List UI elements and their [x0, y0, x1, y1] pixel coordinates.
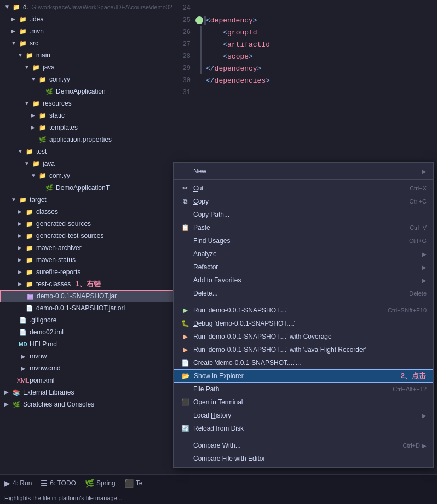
status-terminal[interactable]: ⬛ Te: [124, 479, 143, 488]
status-spring[interactable]: 🌿 Spring: [85, 479, 116, 488]
tree-item-java-test[interactable]: 📁 java: [0, 158, 175, 170]
menu-item-delete[interactable]: Delete... Delete: [174, 287, 433, 300]
label-java-test: java: [43, 160, 55, 167]
menu-item-compare-editor[interactable]: Compare File with Editor: [174, 452, 433, 465]
tree-item-mvnw-cmd[interactable]: ▶ mvnw.cmd: [0, 362, 175, 374]
run-coverage-icon: ▶: [180, 332, 190, 341]
tree-item-mvn[interactable]: 📁 .mvn: [0, 25, 175, 37]
tree-item-test[interactable]: 📁 test: [0, 146, 175, 158]
tree-item-app-props[interactable]: 🌿 application.properties: [0, 134, 175, 146]
arrow-main: [18, 52, 24, 59]
menu-item-copy-path[interactable]: Copy Path...: [174, 208, 433, 221]
tree-item-demo-app[interactable]: 🌿 DemoApplication: [0, 85, 175, 97]
label-maven-status: maven-status: [36, 256, 76, 264]
todo-status-icon: ☰: [41, 479, 48, 488]
tree-item-target[interactable]: 📁 target: [0, 194, 175, 206]
menu-item-analyze[interactable]: Analyze ▶: [174, 247, 433, 260]
tree-item-demo-jar-ori[interactable]: 📄 demo-0.0.1-SNAPSHOT.jar.ori: [0, 302, 175, 314]
menu-item-file-path[interactable]: File Path Ctrl+Alt+F12: [174, 383, 433, 396]
tree-item-demo02[interactable]: 📁 demo02 G:\workspace\JavaWorkSpace\IDEA…: [0, 1, 175, 13]
label-help-md: HELP.md: [30, 340, 57, 348]
delete-label: Delete...: [193, 289, 405, 297]
run-shortcut: Ctrl+Shift+F10: [388, 307, 427, 314]
status-todo[interactable]: ☰ 6: TODO: [41, 479, 76, 488]
icon-mvn: 📁: [19, 27, 27, 36]
status-run[interactable]: ▶ 4: Run: [4, 479, 32, 488]
tree-item-maven-archiver[interactable]: 📁 maven-archiver: [0, 242, 175, 254]
tree-item-gitignore[interactable]: 📄 .gitignore: [0, 314, 175, 326]
menu-item-add-favorites[interactable]: Add to Favorites ▶: [174, 274, 433, 287]
separator-1: [174, 179, 433, 180]
menu-item-copy[interactable]: ⧉ Copy Ctrl+C: [174, 195, 433, 208]
icon-maven-status: 📁: [25, 256, 34, 264]
tree-item-gen-sources[interactable]: 📁 generated-sources: [0, 218, 175, 230]
tree-item-test-classes[interactable]: 📁 test-classes 1、右键: [0, 278, 175, 290]
run-label: Run 'demo-0.0.1-SNAPSHOT....': [193, 306, 383, 314]
gutter-27: [195, 38, 206, 50]
icon-scratches: 🌿: [12, 400, 21, 409]
menu-item-show-explorer[interactable]: 📂 Show in Explorer 2、点击: [174, 369, 433, 383]
menu-item-find-usages[interactable]: Find Usages Ctrl+G: [174, 234, 433, 247]
menu-item-open-terminal[interactable]: ⬛ Open in Terminal: [174, 396, 433, 409]
menu-item-debug[interactable]: 🐛 Debug 'demo-0.0.1-SNAPSHOT....': [174, 317, 433, 330]
run-dot-icon: [196, 16, 203, 24]
copy-path-label: Copy Path...: [193, 211, 427, 218]
tree-item-com-yy[interactable]: 📁 com.yy: [0, 73, 175, 85]
icon-gitignore: 📄: [19, 316, 27, 325]
tree-item-com-yy-test[interactable]: 📁 com.yy: [0, 170, 175, 182]
tree-item-gen-test-sources[interactable]: 📁 generated-test-sources: [0, 230, 175, 242]
tree-item-ext-libs[interactable]: 📚 External Libraries: [0, 386, 175, 398]
tree-item-classes[interactable]: 📁 classes: [0, 206, 175, 218]
tree-item-mvnw[interactable]: ▶ mvnw: [0, 350, 175, 362]
tree-item-src[interactable]: 📁 src: [0, 37, 175, 49]
code-30: </dependencies>: [206, 77, 270, 85]
tree-item-templates[interactable]: 📁 templates: [0, 121, 175, 134]
tree-item-maven-status[interactable]: 📁 maven-status: [0, 254, 175, 266]
gutter-bar-29: [200, 62, 202, 74]
arrow-test: [18, 148, 24, 155]
menu-item-create[interactable]: 📄 Create 'demo-0.0.1-SNAPSHOT....'...: [174, 356, 433, 369]
menu-item-run-coverage[interactable]: ▶ Run 'demo-0.0.1-SNAPSHOT....' with Cov…: [174, 330, 433, 343]
tree-item-help-md[interactable]: MD HELP.md: [0, 338, 175, 350]
open-terminal-label: Open in Terminal: [193, 398, 427, 406]
tree-item-demo02-iml[interactable]: 📄 demo02.iml: [0, 326, 175, 338]
icon-demo-jar-ori: 📄: [25, 304, 34, 312]
tree-item-pom-xml[interactable]: XML pom.xml: [0, 374, 175, 386]
tree-item-scratches[interactable]: 🌿 Scratches and Consoles: [0, 398, 175, 410]
menu-item-refactor[interactable]: Refactor ▶: [174, 260, 433, 274]
annotation-label-2: 2、点击: [401, 371, 426, 381]
compare-editor-icon: [180, 454, 190, 464]
file-path-label: File Path: [193, 385, 388, 393]
icon-help-md: MD: [19, 340, 27, 349]
add-favorites-arrow: ▶: [422, 277, 427, 283]
icon-demo-jar: ▦: [26, 292, 34, 300]
menu-item-local-history[interactable]: Local History ▶: [174, 409, 433, 422]
terminal-status-label: Te: [136, 479, 143, 487]
analyze-arrow: ▶: [422, 251, 427, 257]
label-gen-test-sources: generated-test-sources: [36, 232, 104, 240]
new-label: New: [193, 167, 420, 175]
open-terminal-icon: ⬛: [180, 397, 190, 407]
menu-item-run-jfr[interactable]: ▶ Run 'demo-0.0.1-SNAPSHOT....' with 'Ja…: [174, 343, 433, 356]
copy-label: Copy: [193, 198, 405, 205]
tree-item-demo-jar[interactable]: ▦ demo-0.0.1-SNAPSHOT.jar: [0, 290, 175, 302]
tree-item-main[interactable]: 📁 main: [0, 49, 175, 61]
arrow-mvn: [11, 28, 18, 34]
menu-item-compare-with[interactable]: Compare With... Ctrl+D ▶: [174, 439, 433, 452]
menu-item-new[interactable]: New ▶: [174, 165, 433, 178]
menu-item-paste[interactable]: 📋 Paste Ctrl+V: [174, 221, 433, 234]
menu-item-reload-disk[interactable]: 🔄 Reload from Disk: [174, 422, 433, 435]
tree-item-static[interactable]: 📁 static: [0, 109, 175, 121]
arrow-templates: [31, 124, 37, 131]
tree-item-demo-app-test[interactable]: 🌿 DemoApplicationT: [0, 182, 175, 194]
menu-item-run[interactable]: ▶ Run 'demo-0.0.1-SNAPSHOT....' Ctrl+Shi…: [174, 304, 433, 317]
tree-item-surefire[interactable]: 📁 surefire-reports: [0, 266, 175, 278]
status-bar: ▶ 4: Run ☰ 6: TODO 🌿 Spring ⬛ Te: [0, 474, 437, 491]
menu-item-cut[interactable]: ✂ Cut Ctrl+X: [174, 182, 433, 195]
arrow-gen-sources: [18, 221, 24, 227]
tree-item-resources[interactable]: 📁 resources: [0, 97, 175, 109]
tree-item-java[interactable]: 📁 java: [0, 61, 175, 73]
arrow-java: [24, 64, 31, 71]
run-coverage-label: Run 'demo-0.0.1-SNAPSHOT....' with Cover…: [193, 333, 427, 340]
tree-item-idea[interactable]: 📁 .idea: [0, 13, 175, 25]
